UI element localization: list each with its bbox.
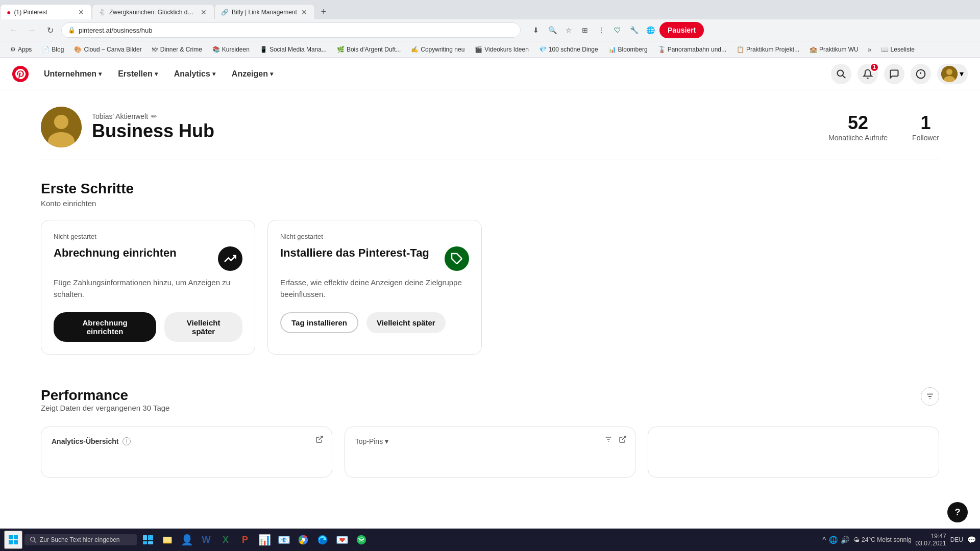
tab-close-zwerg[interactable]: ✕ [200, 8, 208, 16]
taskbar-right: ^ 🌐 🔊 🌤 24°C Meist sonnig 19:47 03.07.20… [823, 533, 976, 547]
bookmark-panorama[interactable]: 🚡 Panoramabahn und... [654, 44, 730, 55]
chevron-icon[interactable]: ^ [823, 536, 826, 544]
tab-bitly[interactable]: 🔗 Bitly | Link Management ✕ [214, 4, 315, 19]
notification-button[interactable]: 1 [857, 64, 878, 84]
tab-title-bitly: Bitly | Link Management [232, 9, 297, 16]
taskbar-app-mail[interactable]: 💌 [333, 531, 351, 549]
bookmark-apps[interactable]: ⚙ Apps [6, 44, 36, 55]
taskbar: Zur Suche Text hier eingeben 👤 W X P [0, 529, 980, 551]
url-bar[interactable]: 🔒 pinterest.at/business/hub [61, 22, 521, 38]
svg-point-25 [31, 537, 35, 541]
taskbar-app-edge[interactable] [313, 531, 332, 549]
analytics-uebersicht-card: Analytics-Übersicht i [41, 427, 332, 478]
abrechnung-primary-btn[interactable]: Abrechnung einrichten [54, 312, 156, 342]
performance-subtitle: Zeigt Daten der vergangenen 30 Tage [41, 404, 169, 412]
tab-close-pinterest[interactable]: ✕ [77, 8, 85, 16]
taskbar-time[interactable]: 19:47 03.07.2021 [916, 533, 946, 547]
kaspersky-ext[interactable]: 🛡 [610, 23, 625, 37]
help-button[interactable]: ? [947, 502, 968, 522]
bookmark-praktikum[interactable]: 📋 Praktikum Projekt... [732, 44, 803, 55]
taskbar-app-excel[interactable]: X [216, 531, 235, 549]
paused-button[interactable]: Pausiert [659, 22, 704, 38]
bookmark-praktikum-label: Praktikum Projekt... [746, 46, 799, 53]
taskbar-app-chrome[interactable] [294, 531, 312, 549]
bookmark-bloomberg[interactable]: 📊 Bloomberg [604, 44, 652, 55]
extension-btn[interactable]: ⬇ [529, 23, 543, 37]
volume-icon[interactable]: 🔊 [841, 536, 849, 544]
search-button[interactable] [831, 64, 851, 84]
reload-button[interactable]: ↻ [43, 23, 57, 37]
taskbar-app-people[interactable]: 👤 [178, 531, 196, 549]
bois-icon: 🌿 [337, 46, 345, 53]
taskbar-app-word[interactable]: W [197, 531, 215, 549]
nav-analytics[interactable]: Analytics ▾ [167, 65, 223, 83]
weather-text: 24°C Meist sonnig [862, 536, 912, 543]
page-title: Business Hub [92, 120, 214, 142]
bookmark-100dinge[interactable]: 💎 100 schöne Dinge [535, 44, 602, 55]
tab-close-bitly[interactable]: ✕ [300, 8, 308, 16]
top-pins-filter[interactable] [604, 435, 612, 445]
nav-unternehmen[interactable]: Unternehmen ▾ [37, 65, 109, 83]
abrechnung-status: Nicht gestartet [54, 233, 242, 240]
bookmark-canva[interactable]: 🎨 Cloud – Canva Bilder [70, 44, 145, 55]
taskbar-app-outlook[interactable]: 📧 [275, 531, 293, 549]
edit-profile-icon[interactable]: ✏ [151, 112, 157, 120]
alerts-button[interactable] [911, 64, 931, 84]
svg-rect-29 [143, 541, 147, 544]
bookmark-bois[interactable]: 🌿 Bois d'Argent Duft... [333, 44, 405, 55]
top-pins-external-link[interactable] [619, 435, 627, 445]
reading-list[interactable]: 📖 Leseliste [877, 44, 919, 55]
tag-secondary-btn[interactable]: Vielleicht später [366, 312, 446, 333]
account-button[interactable]: ▾ [937, 64, 968, 84]
bookmark-dinner[interactable]: 🍽 Dinner & Crime [148, 44, 206, 55]
network-icon[interactable]: 🌐 [829, 536, 838, 544]
bookmark-kursideen[interactable]: 📚 Kursideen [208, 44, 254, 55]
bookmark-social[interactable]: 📱 Social Media Mana... [256, 44, 331, 55]
taskbar-app-teams[interactable]: 📊 [255, 531, 274, 549]
main-nav: Unternehmen ▾ Erstellen ▾ Analytics ▾ An… [0, 58, 980, 90]
tag-description: Erfasse, wie effektiv deine Anzeigen dei… [280, 277, 469, 300]
tab-zwerg[interactable]: 🐇 Zwergkaninchen: Glücklich durch... ✕ [92, 4, 214, 19]
bookmark-star[interactable]: ☆ [561, 23, 576, 37]
global-filter-button[interactable] [921, 387, 939, 406]
more-bookmarks[interactable]: » [865, 44, 875, 55]
apps-icon: ⚙ [10, 46, 16, 53]
svg-line-26 [34, 541, 36, 543]
browser-settings[interactable]: ⋮ [594, 23, 608, 37]
taskbar-app-explorer[interactable] [158, 531, 177, 549]
nav-anzeigen[interactable]: Anzeigen ▾ [225, 65, 280, 83]
tag-card-header: Installiere das Pinterest-Tag [280, 246, 469, 271]
ext3[interactable]: 🌐 [643, 23, 657, 37]
profile-avatar[interactable] [41, 107, 82, 147]
first-steps-subtitle: Konto einrichten [41, 199, 939, 208]
tab-groups[interactable]: ⊞ [578, 23, 592, 37]
notifications-taskbar-icon[interactable]: 💬 [967, 536, 976, 544]
ext2[interactable]: 🔧 [627, 23, 641, 37]
tag-primary-btn[interactable]: Tag installieren [280, 312, 358, 333]
nav-erstellen[interactable]: Erstellen ▾ [111, 65, 165, 83]
info-icon[interactable]: i [122, 437, 131, 445]
search-btn[interactable]: 🔍 [545, 23, 559, 37]
tab-pinterest[interactable]: ● (1) Pinterest ✕ [0, 4, 92, 19]
bookmark-praktikum-wu[interactable]: 🏫 Praktikum WU [805, 44, 863, 55]
taskbar-app-files[interactable] [139, 531, 157, 549]
new-tab-button[interactable]: + [315, 4, 333, 19]
taskbar-app-spotify[interactable] [352, 531, 371, 549]
bookmark-blog[interactable]: 📄 Blog [38, 44, 68, 55]
chevron-down-icon: ▾ [155, 70, 158, 78]
taskbar-search[interactable]: Zur Suche Text hier eingeben [24, 534, 137, 545]
abrechnung-secondary-btn[interactable]: Vielleicht später [164, 312, 242, 342]
top-pins-dropdown[interactable]: Top-Pins ▾ [355, 437, 388, 445]
top-pins-card: Top-Pins ▾ [345, 427, 636, 478]
forward-button[interactable]: → [24, 23, 39, 37]
blog-icon: 📄 [42, 46, 50, 53]
taskbar-app-powerpoint[interactable]: P [236, 531, 254, 549]
back-button[interactable]: ← [6, 23, 20, 37]
pinterest-logo[interactable] [12, 66, 29, 82]
messages-button[interactable] [884, 64, 904, 84]
analytics-uebersicht-external-link[interactable] [315, 435, 324, 445]
bookmark-copywriting[interactable]: ✍ Copywriting neu [407, 44, 469, 55]
start-button[interactable] [4, 531, 22, 549]
taskbar-weather[interactable]: 🌤 24°C Meist sonnig [853, 536, 912, 543]
bookmark-videokurs[interactable]: 🎬 Videokurs Ideen [471, 44, 533, 55]
